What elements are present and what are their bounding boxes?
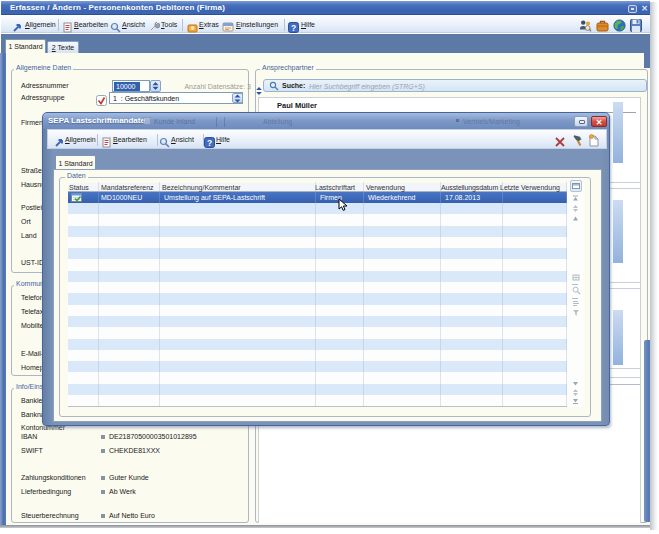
svg-text:?: ? [207, 138, 212, 148]
svg-text:?: ? [291, 23, 296, 33]
